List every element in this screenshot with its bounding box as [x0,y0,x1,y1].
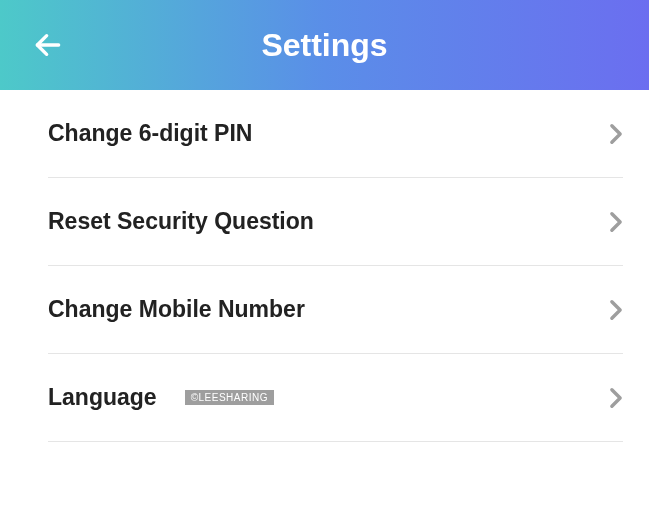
row-label: Reset Security Question [48,208,314,235]
row-label: Change Mobile Number [48,296,305,323]
page-title: Settings [261,27,387,64]
row-label: Change 6-digit PIN [48,120,252,147]
chevron-right-icon [609,211,623,233]
back-arrow-icon [32,29,64,61]
header: Settings [0,0,649,90]
row-label: Language©LEESHARING [48,384,274,411]
back-button[interactable] [26,23,70,67]
language-row[interactable]: Language©LEESHARING [48,354,623,442]
watermark-badge: ©LEESHARING [185,390,274,405]
chevron-right-icon [609,387,623,409]
change-pin-row[interactable]: Change 6-digit PIN [48,90,623,178]
chevron-right-icon [609,299,623,321]
chevron-right-icon [609,123,623,145]
reset-security-question-row[interactable]: Reset Security Question [48,178,623,266]
change-mobile-number-row[interactable]: Change Mobile Number [48,266,623,354]
settings-list: Change 6-digit PIN Reset Security Questi… [0,90,649,442]
language-label-text: Language [48,384,157,411]
